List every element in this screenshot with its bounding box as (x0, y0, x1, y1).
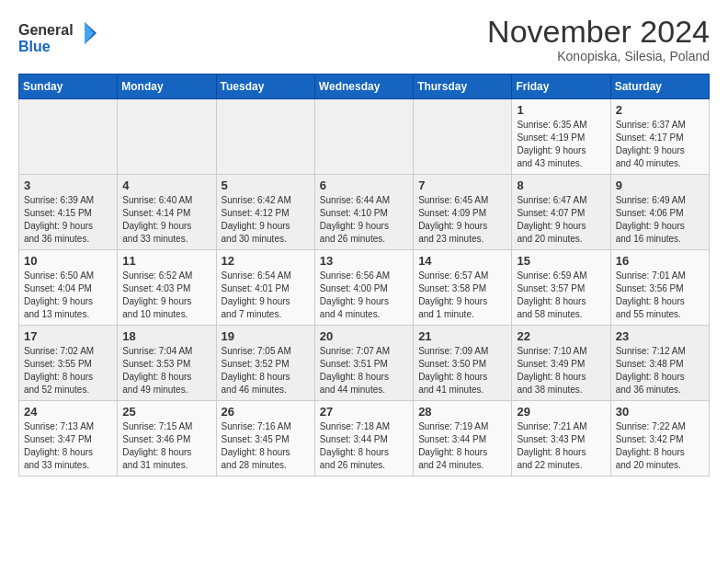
day-info: Sunrise: 7:09 AM Sunset: 3:50 PM Dayligh… (418, 346, 488, 395)
calendar-day-15: 15Sunrise: 6:59 AM Sunset: 3:57 PM Dayli… (512, 250, 610, 326)
day-info: Sunrise: 6:50 AM Sunset: 4:04 PM Dayligh… (24, 270, 94, 319)
svg-text:Blue: Blue (18, 39, 51, 54)
calendar-empty-day (118, 99, 216, 175)
day-number: 4 (122, 178, 210, 192)
day-info: Sunrise: 7:21 AM Sunset: 3:43 PM Dayligh… (517, 421, 586, 470)
calendar-week-row: 17Sunrise: 7:02 AM Sunset: 3:55 PM Dayli… (19, 326, 710, 401)
calendar-day-3: 3Sunrise: 6:39 AM Sunset: 4:15 PM Daylig… (19, 175, 118, 250)
day-number: 17 (24, 329, 112, 343)
day-info: Sunrise: 7:07 AM Sunset: 3:51 PM Dayligh… (320, 346, 390, 395)
day-number: 26 (222, 405, 310, 419)
calendar-day-29: 29Sunrise: 7:21 AM Sunset: 3:43 PM Dayli… (512, 401, 610, 477)
day-number: 15 (517, 254, 605, 268)
day-info: Sunrise: 7:15 AM Sunset: 3:46 PM Dayligh… (122, 421, 192, 470)
day-number: 13 (320, 254, 408, 268)
day-number: 21 (418, 329, 506, 343)
day-number: 3 (24, 178, 112, 192)
svg-text:General: General (18, 22, 74, 38)
day-info: Sunrise: 7:13 AM Sunset: 3:47 PM Dayligh… (24, 421, 94, 470)
day-info: Sunrise: 7:01 AM Sunset: 3:56 PM Dayligh… (616, 270, 686, 319)
calendar-day-11: 11Sunrise: 6:52 AM Sunset: 4:03 PM Dayli… (118, 250, 216, 326)
svg-marker-3 (85, 22, 94, 44)
page: General Blue November 2024 Konopiska, Si… (0, 0, 728, 491)
calendar-day-1: 1Sunrise: 6:35 AM Sunset: 4:19 PM Daylig… (512, 99, 610, 175)
calendar-empty-day (414, 99, 512, 175)
day-of-week-wednesday: Wednesday (314, 75, 413, 99)
day-info: Sunrise: 6:59 AM Sunset: 3:57 PM Dayligh… (517, 270, 586, 319)
day-info: Sunrise: 7:04 AM Sunset: 3:53 PM Dayligh… (122, 346, 192, 395)
calendar-week-row: 3Sunrise: 6:39 AM Sunset: 4:15 PM Daylig… (19, 175, 710, 250)
day-number: 6 (320, 178, 408, 192)
calendar-week-row: 10Sunrise: 6:50 AM Sunset: 4:04 PM Dayli… (19, 250, 710, 326)
day-number: 8 (517, 178, 605, 192)
calendar-day-9: 9Sunrise: 6:49 AM Sunset: 4:06 PM Daylig… (610, 175, 709, 250)
day-number: 29 (517, 405, 605, 419)
calendar-day-6: 6Sunrise: 6:44 AM Sunset: 4:10 PM Daylig… (314, 175, 413, 250)
day-info: Sunrise: 7:18 AM Sunset: 3:44 PM Dayligh… (320, 421, 390, 470)
day-number: 18 (122, 329, 210, 343)
day-number: 28 (418, 405, 506, 419)
day-number: 27 (320, 405, 408, 419)
day-info: Sunrise: 7:02 AM Sunset: 3:55 PM Dayligh… (24, 346, 94, 395)
calendar-day-27: 27Sunrise: 7:18 AM Sunset: 3:44 PM Dayli… (314, 401, 413, 477)
day-number: 14 (418, 254, 506, 268)
day-info: Sunrise: 6:56 AM Sunset: 4:00 PM Dayligh… (320, 270, 390, 319)
day-info: Sunrise: 6:39 AM Sunset: 4:15 PM Dayligh… (24, 195, 94, 244)
day-of-week-monday: Monday (118, 75, 216, 99)
calendar-day-10: 10Sunrise: 6:50 AM Sunset: 4:04 PM Dayli… (19, 250, 118, 326)
day-info: Sunrise: 7:10 AM Sunset: 3:49 PM Dayligh… (517, 346, 586, 395)
day-of-week-tuesday: Tuesday (216, 75, 314, 99)
day-info: Sunrise: 6:42 AM Sunset: 4:12 PM Dayligh… (222, 195, 291, 244)
day-of-week-sunday: Sunday (19, 75, 118, 99)
day-number: 2 (616, 103, 704, 117)
day-info: Sunrise: 6:52 AM Sunset: 4:03 PM Dayligh… (122, 270, 192, 319)
day-info: Sunrise: 6:49 AM Sunset: 4:06 PM Dayligh… (616, 195, 686, 244)
calendar-header-row: SundayMondayTuesdayWednesdayThursdayFrid… (19, 75, 710, 99)
calendar-day-18: 18Sunrise: 7:04 AM Sunset: 3:53 PM Dayli… (118, 326, 216, 401)
day-number: 25 (122, 405, 210, 419)
title-block: November 2024 Konopiska, Silesia, Poland (487, 15, 710, 63)
calendar-empty-day (216, 99, 314, 175)
calendar-day-28: 28Sunrise: 7:19 AM Sunset: 3:44 PM Dayli… (414, 401, 512, 477)
calendar-day-12: 12Sunrise: 6:54 AM Sunset: 4:01 PM Dayli… (216, 250, 314, 326)
calendar-day-7: 7Sunrise: 6:45 AM Sunset: 4:09 PM Daylig… (414, 175, 512, 250)
day-number: 7 (418, 178, 506, 192)
day-number: 1 (517, 103, 605, 117)
day-number: 24 (24, 405, 112, 419)
calendar-day-19: 19Sunrise: 7:05 AM Sunset: 3:52 PM Dayli… (216, 326, 314, 401)
day-number: 30 (616, 405, 704, 419)
month-title: November 2024 (487, 15, 710, 49)
day-number: 19 (222, 329, 310, 343)
day-number: 16 (616, 254, 704, 268)
calendar-day-26: 26Sunrise: 7:16 AM Sunset: 3:45 PM Dayli… (216, 401, 314, 477)
day-info: Sunrise: 6:35 AM Sunset: 4:19 PM Dayligh… (517, 120, 586, 168)
day-number: 9 (616, 178, 704, 192)
day-number: 11 (122, 254, 210, 268)
day-info: Sunrise: 6:40 AM Sunset: 4:14 PM Dayligh… (122, 195, 192, 244)
calendar-day-4: 4Sunrise: 6:40 AM Sunset: 4:14 PM Daylig… (118, 175, 216, 250)
day-number: 22 (517, 329, 605, 343)
calendar-day-24: 24Sunrise: 7:13 AM Sunset: 3:47 PM Dayli… (19, 401, 118, 477)
calendar-day-23: 23Sunrise: 7:12 AM Sunset: 3:48 PM Dayli… (610, 326, 709, 401)
calendar-day-13: 13Sunrise: 6:56 AM Sunset: 4:00 PM Dayli… (314, 250, 413, 326)
day-info: Sunrise: 6:54 AM Sunset: 4:01 PM Dayligh… (222, 270, 291, 319)
calendar-week-row: 1Sunrise: 6:35 AM Sunset: 4:19 PM Daylig… (19, 99, 710, 175)
day-info: Sunrise: 7:12 AM Sunset: 3:48 PM Dayligh… (616, 346, 686, 395)
calendar-day-16: 16Sunrise: 7:01 AM Sunset: 3:56 PM Dayli… (610, 250, 709, 326)
day-info: Sunrise: 7:16 AM Sunset: 3:45 PM Dayligh… (222, 421, 291, 470)
calendar-table: SundayMondayTuesdayWednesdayThursdayFrid… (18, 74, 710, 477)
calendar-day-5: 5Sunrise: 6:42 AM Sunset: 4:12 PM Daylig… (216, 175, 314, 250)
day-of-week-thursday: Thursday (414, 75, 512, 99)
calendar-week-row: 24Sunrise: 7:13 AM Sunset: 3:47 PM Dayli… (19, 401, 710, 477)
calendar-day-14: 14Sunrise: 6:57 AM Sunset: 3:58 PM Dayli… (414, 250, 512, 326)
calendar-empty-day (19, 99, 118, 175)
day-info: Sunrise: 6:45 AM Sunset: 4:09 PM Dayligh… (418, 195, 488, 244)
header: General Blue November 2024 Konopiska, Si… (18, 15, 710, 64)
calendar-day-30: 30Sunrise: 7:22 AM Sunset: 3:42 PM Dayli… (610, 401, 709, 477)
day-number: 12 (222, 254, 310, 268)
day-info: Sunrise: 7:22 AM Sunset: 3:42 PM Dayligh… (616, 421, 686, 470)
calendar-day-20: 20Sunrise: 7:07 AM Sunset: 3:51 PM Dayli… (314, 326, 413, 401)
calendar-day-25: 25Sunrise: 7:15 AM Sunset: 3:46 PM Dayli… (118, 401, 216, 477)
day-info: Sunrise: 6:44 AM Sunset: 4:10 PM Dayligh… (320, 195, 390, 244)
logo: General Blue (18, 15, 101, 64)
